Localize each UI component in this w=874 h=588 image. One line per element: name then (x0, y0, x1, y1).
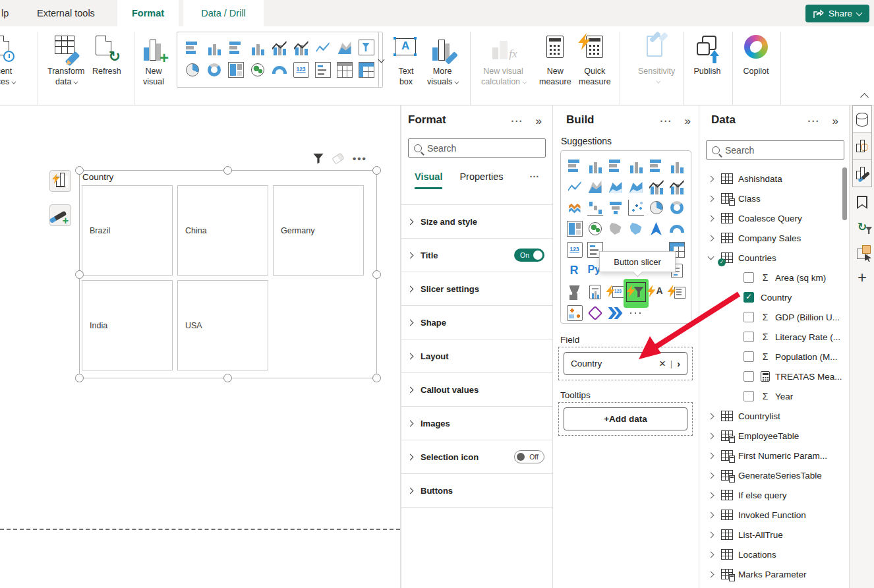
scrollbar-thumb[interactable] (842, 167, 847, 220)
format-visual-button[interactable]: + (49, 204, 71, 226)
data-search-box[interactable] (706, 140, 844, 160)
slicer-button[interactable]: China (177, 185, 268, 276)
tree-item[interactable]: ✓ ✓ Σ Countries (699, 248, 849, 268)
resize-handle[interactable] (372, 270, 381, 279)
more-options-icon[interactable]: ··· (808, 116, 821, 127)
chevron-icon[interactable] (708, 432, 714, 439)
format-pane-rail-button[interactable] (852, 160, 872, 187)
tab-help[interactable]: lp (0, 0, 18, 26)
new-measure-button[interactable]: Newmeasure (539, 34, 571, 87)
chevron-icon[interactable] (708, 452, 714, 459)
chevron-icon[interactable] (708, 195, 714, 202)
tab-external-tools[interactable]: External tools (28, 0, 104, 26)
tree-item[interactable]: ✓ ✓ Σ Class (699, 189, 849, 208)
more-options-icon[interactable]: ··· (530, 171, 540, 189)
transform-data-button[interactable]: Transformdata (47, 34, 85, 87)
gallery-expand-button[interactable] (378, 32, 384, 87)
more-visuals-button[interactable]: Morevisuals (427, 34, 457, 87)
resize-handle[interactable] (75, 166, 84, 175)
format-section[interactable]: Size and style (401, 205, 552, 239)
format-section[interactable]: Slicer settings (401, 272, 552, 306)
text-box-button[interactable]: Textbox (392, 34, 420, 87)
bookmarks-rail-button[interactable] (854, 194, 870, 211)
data-search-input[interactable] (725, 145, 838, 156)
chevron-icon[interactable] (708, 254, 714, 260)
new-visual-button[interactable]: + Newvisual (140, 34, 167, 87)
format-search-input[interactable] (427, 143, 540, 154)
collapse-pane-icon[interactable]: » (832, 115, 838, 128)
add-pane-rail-button[interactable]: + (854, 269, 870, 286)
toggle[interactable]: Off (514, 450, 544, 463)
more-options-icon[interactable]: ··· (511, 116, 524, 127)
resize-handle[interactable] (75, 270, 84, 279)
checkbox[interactable]: ✓ (743, 332, 754, 342)
slicer-button[interactable]: India (82, 280, 173, 370)
selection-rail-button[interactable] (854, 245, 870, 262)
eraser-icon[interactable] (332, 152, 344, 164)
refresh-button[interactable]: ↻ Refresh (92, 34, 121, 76)
expand-field-icon[interactable]: › (677, 359, 680, 369)
collapse-ribbon-icon[interactable] (861, 92, 869, 99)
chevron-icon[interactable] (708, 551, 714, 558)
tree-item[interactable]: ✓ ✓ Σ List-AllTrue (699, 525, 849, 544)
copilot-button[interactable]: Copilot (742, 34, 770, 76)
toggle[interactable]: On (514, 249, 544, 262)
format-section[interactable]: Title On (401, 239, 552, 272)
tree-item[interactable]: ✓ ✓ Σ Country (699, 287, 849, 307)
tab-visual[interactable]: Visual (415, 171, 442, 189)
slicer-button[interactable]: Germany (273, 185, 364, 276)
tree-item[interactable]: ✓ ✓ Σ First Numeric Param... (699, 446, 849, 465)
tree-item[interactable]: ✓ ✓ Σ Invoked Function (699, 505, 849, 525)
tree-item[interactable]: ✓ ✓ Σ Ashishdata (699, 169, 849, 189)
tree-item[interactable]: ✓ ✓ Σ Locations (699, 544, 849, 564)
tree-item[interactable]: ✓ ✓ Σ Company Sales (699, 228, 849, 248)
tree-item[interactable]: ✓ ✓ Σ Countrylist (699, 406, 849, 426)
resize-handle[interactable] (75, 374, 84, 382)
format-section[interactable]: Shape (401, 306, 552, 339)
checkbox[interactable]: ✓ (743, 272, 754, 283)
tree-item[interactable]: ✓ ✓ Σ Literacy Rate (... (699, 327, 849, 347)
collapse-pane-icon[interactable]: » (536, 115, 542, 128)
slicer-button[interactable]: USA (177, 280, 268, 370)
more-options-icon[interactable]: ••• (353, 153, 367, 164)
format-section[interactable]: Buttons (401, 474, 552, 508)
resize-handle[interactable] (372, 374, 381, 382)
quick-measure-button[interactable]: Quickmeasure (579, 34, 611, 87)
tree-item[interactable]: ✓ ✓ Σ Marks Parameter (699, 564, 849, 584)
tree-item[interactable]: ✓ ✓ Σ GenerateSeriesTable (699, 465, 849, 485)
suggest-visual-button[interactable] (49, 170, 71, 192)
tab-format[interactable]: Format (117, 0, 179, 26)
chevron-icon[interactable] (708, 175, 714, 182)
tree-item[interactable]: ✓ ✓ Σ Area (sq km) (699, 268, 849, 287)
chevron-icon[interactable] (708, 531, 714, 538)
chevron-icon[interactable] (708, 512, 714, 518)
checkbox[interactable]: ✓ (743, 312, 754, 322)
build-pane-rail-button[interactable] (852, 132, 872, 160)
checkbox[interactable]: ✓ (743, 351, 754, 362)
sync-slicers-rail-button[interactable]: ↻ (854, 219, 870, 236)
checkbox[interactable]: ✓ (743, 391, 754, 401)
tab-properties[interactable]: Properties (459, 171, 503, 189)
tree-item[interactable]: ✓ ✓ Σ TREATAS Mea... (699, 367, 849, 386)
resize-handle[interactable] (372, 166, 381, 175)
checkbox[interactable]: ✓ (743, 292, 754, 303)
format-search-box[interactable] (408, 138, 546, 158)
checkbox[interactable]: ✓ (743, 371, 754, 382)
data-pane-rail-button[interactable] (852, 105, 872, 133)
format-section[interactable]: Selection icon Off (401, 440, 552, 474)
format-section[interactable]: Callout values (401, 373, 552, 407)
slicer-button[interactable]: Brazil (82, 185, 173, 276)
field-well[interactable]: Country × | › (558, 347, 693, 380)
tab-data-drill[interactable]: Data / Drill (183, 0, 264, 26)
chevron-icon[interactable] (708, 472, 714, 479)
tooltips-well[interactable]: +Add data (558, 402, 693, 436)
button-slicer-visual[interactable]: Country Brazil China Germany India USA (79, 170, 377, 378)
chevron-icon[interactable] (708, 571, 714, 577)
format-section[interactable]: Images (401, 407, 552, 440)
report-canvas[interactable]: + ••• Country Brazil China Germany India… (0, 105, 401, 588)
add-data-button[interactable]: +Add data (564, 407, 687, 430)
share-button[interactable]: Share (805, 5, 869, 22)
tree-item[interactable]: ✓ ✓ Σ EmployeeTable (699, 426, 849, 446)
publish-button[interactable]: Publish (693, 34, 721, 76)
filter-icon[interactable] (313, 154, 324, 164)
